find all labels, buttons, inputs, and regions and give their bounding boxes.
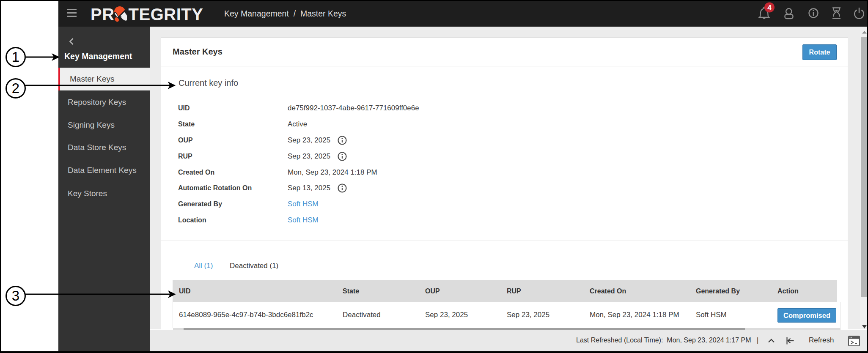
svg-text:4: 4 [767,4,772,12]
